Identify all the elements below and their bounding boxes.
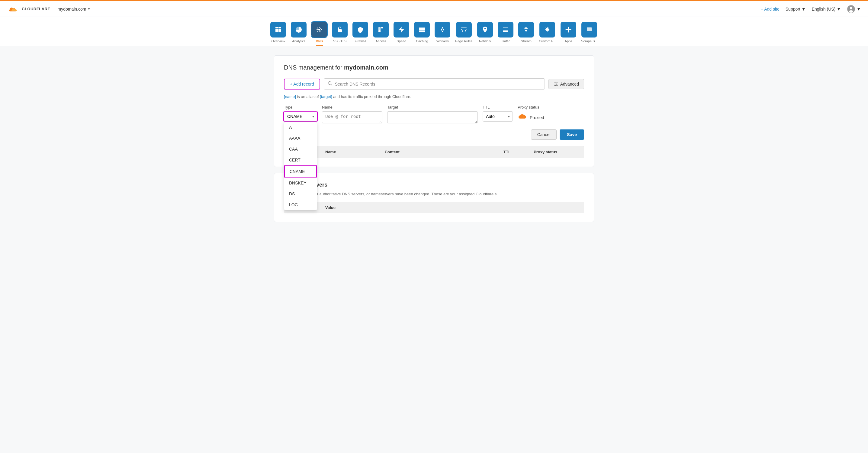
svg-point-7 bbox=[318, 29, 320, 31]
nav-item-scrape[interactable]: Scrape S... bbox=[579, 22, 599, 46]
proxy-label: Proxy status bbox=[518, 105, 544, 110]
dropdown-option-loc[interactable]: LOC bbox=[284, 199, 317, 210]
dropdown-option-cert[interactable]: CERT bbox=[284, 154, 317, 165]
type-label: Type bbox=[284, 105, 317, 110]
nav-item-access[interactable]: Access bbox=[371, 22, 391, 46]
dropdown-option-aaaa[interactable]: AAAA bbox=[284, 133, 317, 144]
nav-item-stream[interactable]: Stream bbox=[517, 22, 536, 46]
advanced-button[interactable]: Advanced bbox=[549, 79, 584, 89]
add-record-button[interactable]: + Add record bbox=[284, 79, 320, 89]
network-icon-box bbox=[477, 22, 493, 37]
user-avatar-icon bbox=[847, 5, 855, 13]
svg-point-2 bbox=[849, 10, 853, 13]
svg-point-28 bbox=[525, 30, 527, 31]
svg-point-41 bbox=[555, 85, 556, 86]
top-bar: CLOUDFLARE mydomain.com ▼ + Add site Sup… bbox=[0, 0, 868, 17]
nav-item-analytics[interactable]: Analytics bbox=[289, 22, 308, 46]
nav-section: Overview Analytics DNS SSL/TLS Firewall bbox=[0, 17, 868, 46]
proxy-cloud-icon bbox=[518, 114, 527, 121]
dns-form-row: Type CNAME ▼ A AAAA CAA CERT CNAME bbox=[284, 105, 584, 123]
target-form-group: Target bbox=[387, 105, 478, 123]
dns-table-header: Type Name Content TTL Proxy status bbox=[284, 146, 584, 158]
nav-label-page-rules: Page Rules bbox=[455, 39, 472, 46]
domain-selector[interactable]: mydomain.com ▼ bbox=[58, 7, 91, 11]
nav-label-traffic: Traffic bbox=[501, 39, 510, 46]
type-form-group: Type CNAME ▼ A AAAA CAA CERT CNAME bbox=[284, 105, 317, 121]
name-input[interactable] bbox=[322, 111, 382, 123]
save-button[interactable]: Save bbox=[560, 130, 584, 140]
nav-item-ssl[interactable]: SSL/TLS bbox=[330, 22, 349, 46]
ns-title: …e nameservers bbox=[284, 182, 584, 188]
workers-icon-box bbox=[435, 22, 450, 37]
dropdown-option-cname[interactable]: CNAME bbox=[284, 165, 317, 177]
ttl-label: TTL bbox=[483, 105, 513, 110]
nav-icons-row: Overview Analytics DNS SSL/TLS Firewall bbox=[269, 22, 599, 46]
advanced-label: Advanced bbox=[560, 82, 579, 86]
th-proxy: Proxy status bbox=[534, 150, 579, 154]
svg-marker-12 bbox=[399, 27, 404, 33]
language-menu[interactable]: English (US) ▼ bbox=[812, 7, 841, 11]
nav-item-page-rules[interactable]: Page Rules bbox=[453, 22, 474, 46]
cancel-button[interactable]: Cancel bbox=[531, 130, 557, 140]
ttl-form-group: TTL Auto ▼ bbox=[483, 105, 513, 121]
hint-name: [name] bbox=[284, 94, 296, 99]
svg-point-1 bbox=[850, 7, 852, 9]
ns-table-header: Type Value bbox=[284, 202, 584, 213]
search-icon bbox=[328, 81, 333, 87]
domain-name: mydomain.com bbox=[58, 7, 86, 11]
target-input[interactable] bbox=[387, 111, 478, 123]
type-select[interactable]: CNAME bbox=[284, 111, 317, 121]
target-label: Target bbox=[387, 105, 478, 110]
overview-icon-box bbox=[270, 22, 286, 37]
svg-line-22 bbox=[442, 28, 444, 30]
nav-item-speed[interactable]: Speed bbox=[392, 22, 411, 46]
nav-label-overview: Overview bbox=[271, 39, 285, 46]
nav-item-apps[interactable]: Apps bbox=[559, 22, 578, 46]
support-menu[interactable]: Support ▼ bbox=[785, 7, 806, 11]
user-menu[interactable]: ▼ bbox=[847, 5, 861, 13]
svg-rect-6 bbox=[278, 29, 281, 32]
caching-icon-box bbox=[414, 22, 430, 37]
proxy-status: Proxied bbox=[518, 111, 544, 121]
nav-item-caching[interactable]: Caching bbox=[412, 22, 432, 46]
name-label: Name bbox=[322, 105, 382, 110]
dropdown-option-dnskey[interactable]: DNSKEY bbox=[284, 177, 317, 189]
analytics-icon-box bbox=[291, 22, 307, 37]
dropdown-option-ds[interactable]: DS bbox=[284, 189, 317, 199]
traffic-icon-box bbox=[498, 22, 514, 37]
svg-rect-11 bbox=[381, 27, 383, 28]
dns-icon-box bbox=[311, 22, 327, 37]
search-box bbox=[324, 78, 545, 89]
nav-item-firewall[interactable]: Firewall bbox=[351, 22, 370, 46]
nav-label-access: Access bbox=[376, 39, 386, 46]
nav-item-workers[interactable]: Workers bbox=[433, 22, 452, 46]
nav-item-dns[interactable]: DNS bbox=[310, 22, 329, 46]
add-site-button[interactable]: + Add site bbox=[761, 7, 779, 11]
type-dropdown-container: CNAME ▼ A AAAA CAA CERT CNAME DNSKEY DS … bbox=[284, 111, 317, 121]
advanced-icon bbox=[554, 82, 558, 86]
nav-item-traffic[interactable]: Traffic bbox=[496, 22, 515, 46]
svg-rect-3 bbox=[275, 27, 278, 28]
cloudflare-logo-text: CLOUDFLARE bbox=[22, 7, 51, 11]
access-icon-box bbox=[373, 22, 389, 37]
ttl-select[interactable]: Auto bbox=[483, 111, 513, 121]
nav-label-analytics: Analytics bbox=[292, 39, 305, 46]
name-form-group: Name bbox=[322, 105, 382, 123]
nav-item-overview[interactable]: Overview bbox=[269, 22, 288, 46]
hint-target: [target] bbox=[320, 94, 332, 99]
nav-item-network[interactable]: Network bbox=[475, 22, 495, 46]
logo-area[interactable]: CLOUDFLARE bbox=[7, 5, 51, 13]
dns-title: DNS management for mydomain.com bbox=[284, 64, 584, 71]
stream-icon-box bbox=[518, 22, 534, 37]
dropdown-option-a[interactable]: A bbox=[284, 122, 317, 133]
cloudflare-logo-icon bbox=[7, 5, 19, 13]
custom-icon-box bbox=[539, 22, 555, 37]
th-ttl: TTL bbox=[503, 150, 534, 154]
toolbar-row: + Add record Advanced bbox=[284, 78, 584, 89]
nav-item-custom[interactable]: Custom P... bbox=[537, 22, 558, 46]
search-input[interactable] bbox=[335, 82, 541, 86]
dropdown-option-caa[interactable]: CAA bbox=[284, 144, 317, 154]
apps-icon-box bbox=[561, 22, 576, 37]
svg-rect-33 bbox=[587, 32, 592, 32]
support-chevron-icon: ▼ bbox=[802, 7, 806, 11]
